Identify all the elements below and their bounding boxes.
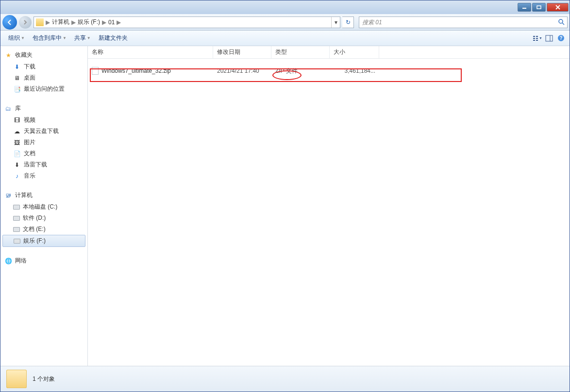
sidebar-item-videos[interactable]: 🎞 视频 [0, 114, 87, 126]
forward-button[interactable] [19, 16, 32, 29]
file-type: ZIP 文件 [271, 67, 330, 75]
sidebar-item-music[interactable]: ♪ 音乐 [0, 170, 87, 181]
svg-rect-7 [533, 38, 535, 39]
status-text: 1 个对象 [33, 375, 55, 383]
crumb-sep-icon: ▶ [46, 19, 50, 26]
cloud-icon: ☁ [13, 128, 21, 135]
file-size: 3,461,184... [330, 67, 379, 74]
recent-icon: 📑 [13, 85, 21, 93]
nav-label: 桌面 [24, 74, 35, 82]
nav-label: 库 [15, 104, 21, 113]
breadcrumb-drive[interactable]: 娱乐 (F:) [76, 18, 102, 26]
back-button[interactable] [2, 15, 17, 30]
computer-icon: 🖳 [4, 192, 12, 199]
sidebar-item-downloads[interactable]: ⬇ 下载 [0, 61, 87, 72]
navigation-pane: ★ 收藏夹 ⬇ 下载 🖥 桌面 📑 最近访问的位置 🗂 库 🎞 [0, 46, 88, 366]
nav-label: 视频 [24, 116, 35, 124]
file-list-area: 名称 修改日期 类型 大小 Windows7_ultimate_32.zip 2… [88, 46, 570, 366]
nav-label: 网络 [15, 257, 27, 265]
crumb-sep-icon: ▶ [71, 19, 76, 26]
toolbar-label: 新建文件夹 [99, 34, 128, 42]
nav-label: 天翼云盘下载 [24, 127, 59, 135]
file-name: Windows7_ultimate_32.zip [101, 67, 171, 74]
close-button[interactable] [547, 3, 569, 12]
explorer-window: ▶ 计算机 ▶ 娱乐 (F:) ▶ 01 ▶ ▾ ↻ 组织 ▼ 包含到库中 ▼ [0, 0, 570, 392]
sidebar-item-drive-e[interactable]: 文档 (E:) [0, 224, 87, 235]
organize-menu[interactable]: 组织 ▼ [4, 31, 29, 46]
network-group[interactable]: 🌐 网络 [0, 255, 87, 267]
nav-label: 收藏夹 [15, 51, 33, 59]
sidebar-item-desktop[interactable]: 🖥 桌面 [0, 72, 87, 83]
column-header-type[interactable]: 类型 [271, 46, 330, 58]
file-icon [92, 67, 99, 75]
sidebar-item-recent[interactable]: 📑 最近访问的位置 [0, 83, 87, 95]
sidebar-item-drive-c[interactable]: 本地磁盘 (C:) [0, 201, 87, 212]
address-dropdown-icon[interactable]: ▾ [331, 17, 340, 28]
toolbar-label: 共享 [74, 34, 86, 42]
crumb-sep-icon: ▶ [117, 19, 121, 26]
crumb-sep-icon: ▶ [102, 19, 106, 26]
chevron-down-icon: ▼ [21, 36, 25, 40]
status-bar: 1 个对象 [0, 366, 570, 392]
search-icon[interactable] [555, 17, 567, 28]
minimize-button[interactable] [518, 3, 531, 12]
music-icon: ♪ [13, 172, 21, 180]
breadcrumb-computer[interactable]: 计算机 [50, 18, 71, 26]
breadcrumb-folder[interactable]: 01 [106, 19, 117, 26]
favorites-group[interactable]: ★ 收藏夹 [0, 49, 87, 61]
sidebar-item-xunlei[interactable]: ⬇ 迅雷下载 [0, 159, 87, 170]
sidebar-item-documents[interactable]: 📄 文档 [0, 148, 87, 159]
sidebar-item-drive-f[interactable]: 娱乐 (F:) [2, 235, 85, 247]
column-header-size[interactable]: 大小 [330, 46, 379, 58]
svg-rect-6 [533, 36, 535, 37]
folder-icon [6, 370, 27, 388]
chevron-down-icon: ▼ [87, 36, 91, 40]
share-menu[interactable]: 共享 ▼ [70, 31, 95, 46]
svg-rect-10 [536, 38, 538, 39]
drive-icon [14, 239, 20, 244]
navigation-bar: ▶ 计算机 ▶ 娱乐 (F:) ▶ 01 ▶ ▾ ↻ [0, 14, 570, 31]
nav-label: 下载 [24, 63, 35, 71]
video-icon: 🎞 [13, 116, 21, 124]
document-icon: 📄 [13, 150, 21, 158]
include-in-library-menu[interactable]: 包含到库中 ▼ [29, 31, 70, 46]
sidebar-item-pictures[interactable]: 🖼 图片 [0, 137, 87, 148]
svg-rect-12 [546, 35, 553, 41]
column-header-name[interactable]: 名称 [88, 46, 213, 58]
titlebar [0, 0, 570, 14]
svg-point-4 [559, 19, 563, 23]
maximize-button[interactable] [532, 3, 546, 12]
nav-label: 本地磁盘 (C:) [23, 203, 57, 211]
toolbar: 组织 ▼ 包含到库中 ▼ 共享 ▼ 新建文件夹 ▼ ? [0, 31, 570, 46]
refresh-button[interactable]: ↻ [342, 16, 354, 28]
library-icon: 🗂 [4, 105, 12, 113]
network-icon: 🌐 [4, 257, 12, 265]
column-header-date[interactable]: 修改日期 [213, 46, 271, 58]
desktop-icon: 🖥 [13, 74, 21, 82]
new-folder-button[interactable]: 新建文件夹 [95, 31, 132, 46]
file-date: 2021/4/21 17:40 [213, 67, 271, 74]
preview-pane-button[interactable] [544, 33, 554, 43]
star-icon: ★ [4, 51, 12, 59]
svg-rect-9 [536, 36, 538, 37]
nav-label: 文档 [24, 149, 35, 158]
sidebar-item-tianyi[interactable]: ☁ 天翼云盘下载 [0, 126, 87, 137]
address-bar[interactable]: ▶ 计算机 ▶ 娱乐 (F:) ▶ 01 ▶ ▾ [34, 16, 340, 28]
drive-icon [13, 227, 20, 232]
toolbar-label: 组织 [8, 34, 20, 42]
libraries-group[interactable]: 🗂 库 [0, 102, 87, 114]
download-icon: ⬇ [13, 63, 21, 71]
search-input[interactable] [359, 19, 555, 26]
computer-group[interactable]: 🖳 计算机 [0, 189, 87, 201]
svg-rect-1 [537, 6, 541, 9]
view-options-button[interactable]: ▼ [533, 33, 542, 43]
svg-rect-11 [536, 40, 538, 41]
drive-icon [13, 205, 20, 210]
help-button[interactable]: ? [556, 33, 566, 43]
file-row[interactable]: Windows7_ultimate_32.zip 2021/4/21 17:40… [88, 65, 570, 76]
pictures-icon: 🖼 [13, 139, 21, 147]
chevron-down-icon: ▼ [63, 36, 67, 40]
search-box [359, 16, 568, 28]
nav-label: 图片 [24, 138, 35, 147]
sidebar-item-drive-d[interactable]: 软件 (D:) [0, 212, 87, 224]
